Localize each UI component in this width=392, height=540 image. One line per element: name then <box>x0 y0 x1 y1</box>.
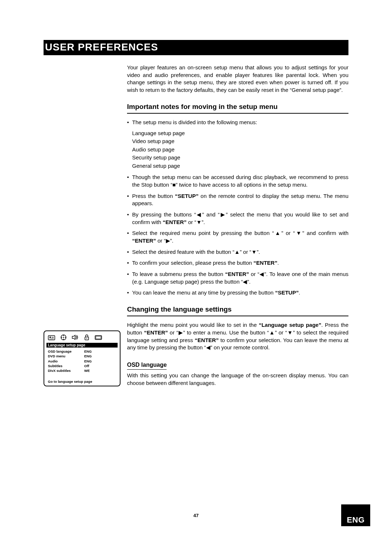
svg-rect-15 <box>96 336 101 339</box>
bullet-item: • The setup menu is divided into the fol… <box>127 119 348 126</box>
language-tab-icon <box>48 334 55 340</box>
menu-name: Language setup page <box>132 129 348 138</box>
setup-menu-list: Language setup page Video setup page Aud… <box>132 129 348 170</box>
svg-marker-11 <box>72 335 75 340</box>
osd-row: DVD menuENG <box>46 354 118 358</box>
bullet-item: •To leave a submenu press the button “EN… <box>127 271 348 285</box>
osd-footer-text: Go to language setup page <box>46 379 118 383</box>
osd-row: OSD languageENG <box>46 349 118 354</box>
page-number: 47 <box>0 513 392 518</box>
bullet-item: •Press the button “SETUP” on the remote … <box>127 192 348 207</box>
body-text-column: Your player features an on-screen setup … <box>127 64 348 391</box>
bullet-text: The setup menu is divided into the follo… <box>132 119 348 126</box>
osd-row: AudioENG <box>46 359 118 364</box>
heading-underline <box>127 113 348 114</box>
general-tab-icon <box>94 334 102 340</box>
svg-rect-1 <box>49 337 51 338</box>
bullet-item: •Select the desired feature with the but… <box>127 248 348 256</box>
osd-tab-icons <box>46 333 118 342</box>
menu-name: Video setup page <box>132 137 348 146</box>
svg-point-13 <box>86 338 87 339</box>
heading-underline <box>127 316 348 316</box>
svg-point-9 <box>63 339 64 340</box>
video-tab-icon <box>60 334 67 341</box>
section-heading-notes: Important notes for moving in the setup … <box>127 102 348 111</box>
intro-paragraph: Your player features an on-screen setup … <box>127 64 348 94</box>
svg-point-10 <box>61 337 62 338</box>
section-heading-language: Changing the language settings <box>127 305 348 314</box>
language-change-paragraph: Highlight the menu point you would like … <box>127 321 348 352</box>
audio-tab-icon <box>72 334 79 340</box>
osd-row: SubtitlesOff <box>46 364 118 368</box>
lock-tab-icon <box>84 334 89 341</box>
language-edge-tab: ENG <box>341 504 370 526</box>
svg-rect-0 <box>48 336 55 340</box>
menu-name: Security setup page <box>132 154 348 162</box>
subsection-heading-osd: OSD language <box>127 361 167 370</box>
menu-name: Audio setup page <box>132 146 348 154</box>
svg-point-8 <box>65 337 66 338</box>
section-title-bar: USER PREFERENCES <box>44 40 348 55</box>
osd-row: DivX subtitlesWE <box>46 368 118 373</box>
bullet-item: •To confirm your selection, please press… <box>127 259 348 267</box>
osd-title: Language setup page <box>46 343 118 348</box>
osd-language-paragraph: With this setting you can change the lan… <box>127 372 348 387</box>
bullet-item: •Though the setup menu can be accessed d… <box>127 174 348 188</box>
svg-point-6 <box>63 337 64 338</box>
osd-screenshot-panel: Language setup page OSD languageENG DVD … <box>44 330 121 386</box>
menu-name: General setup page <box>132 162 348 170</box>
manual-page: USER PREFERENCES Your player features an… <box>0 0 392 540</box>
bullet-item: •Select the required menu point by press… <box>127 230 348 244</box>
bullet-item: •By pressing the buttons “◀” and “▶” sel… <box>127 211 348 226</box>
svg-point-7 <box>63 335 64 336</box>
bullet-item: •You can leave the menu at any time by p… <box>127 289 348 297</box>
